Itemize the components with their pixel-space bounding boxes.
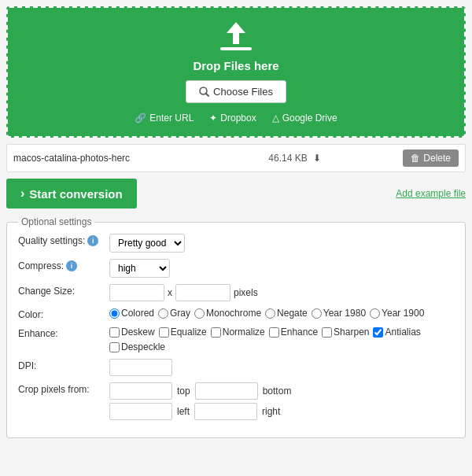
- enhance-deskew[interactable]: Deskew: [109, 327, 155, 338]
- start-conversion-button[interactable]: › Start conversion: [6, 179, 137, 208]
- change-size-setting-row: Change Size: x pixels: [18, 284, 454, 301]
- crop-grid: top bottom left right: [109, 382, 291, 420]
- svg-rect-0: [220, 47, 252, 50]
- enhance-equalize[interactable]: Equalize: [159, 327, 207, 338]
- drop-links: 🔗 Enter URL ✦ Dropbox △ Google Drive: [16, 113, 456, 124]
- delete-button[interactable]: 🗑 Delete: [403, 149, 459, 167]
- equalize-checkbox[interactable]: [159, 327, 169, 338]
- google-drive-link[interactable]: △ Google Drive: [272, 113, 337, 124]
- crop-left-row: left right: [109, 403, 291, 420]
- compress-label: Compress: i: [18, 259, 105, 271]
- normalize-checkbox[interactable]: [211, 327, 221, 338]
- choose-files-button[interactable]: Choose Files: [186, 80, 286, 103]
- crop-right-label: right: [262, 406, 280, 417]
- download-icon: ⬇: [313, 153, 321, 164]
- upload-icon: [219, 22, 253, 54]
- drop-text: Drop Files here: [16, 59, 456, 72]
- color-negate-option[interactable]: Negate: [265, 308, 308, 319]
- drop-zone[interactable]: Drop Files here Choose Files 🔗 Enter URL…: [6, 6, 466, 138]
- crop-left-label: left: [177, 406, 190, 417]
- color-1900-radio[interactable]: [370, 308, 380, 319]
- dpi-content: [109, 359, 172, 376]
- crop-bottom-input[interactable]: [195, 382, 258, 400]
- color-content: Colored Gray Monochrome Negate Year 1980…: [109, 308, 424, 319]
- enhance-antialias[interactable]: Antialias: [373, 327, 420, 338]
- despeckle-checkbox[interactable]: [109, 342, 120, 352]
- change-size-content: x pixels: [109, 284, 258, 301]
- enhance-normalize[interactable]: Normalize: [211, 327, 265, 338]
- trash-icon: 🗑: [411, 153, 420, 164]
- link-icon: 🔗: [135, 113, 146, 124]
- compress-content: high medium low: [109, 259, 170, 278]
- compress-setting-row: Compress: i high medium low: [18, 259, 454, 278]
- enhance-label: Enhance:: [18, 327, 105, 339]
- dropbox-icon: ✦: [209, 113, 217, 124]
- quality-select[interactable]: Pretty good Good Excellent Best: [109, 234, 185, 253]
- height-input[interactable]: [175, 284, 230, 301]
- file-name: macos-catalina-photos-herc: [13, 153, 186, 164]
- optional-settings-legend: Optional settings: [18, 216, 94, 227]
- file-row: macos-catalina-photos-herc 46.14 KB ⬇ 🗑 …: [6, 144, 466, 172]
- color-mono-radio[interactable]: [194, 308, 205, 319]
- color-1980-radio[interactable]: [312, 308, 322, 319]
- enter-url-link[interactable]: 🔗 Enter URL: [135, 113, 194, 124]
- google-drive-icon: △: [272, 113, 279, 124]
- enhance-sharpen[interactable]: Sharpen: [322, 327, 369, 338]
- add-example-link[interactable]: Add example file: [396, 188, 466, 199]
- chevron-right-icon: ›: [20, 186, 24, 201]
- compress-info-icon[interactable]: i: [66, 260, 77, 271]
- crop-right-input[interactable]: [194, 403, 257, 420]
- crop-top-input[interactable]: [109, 382, 172, 400]
- crop-label: Crop pixels from:: [18, 382, 105, 395]
- dpi-setting-row: DPI:: [18, 359, 454, 376]
- crop-setting-row: Crop pixels from: top bottom left right: [18, 382, 454, 420]
- crop-top-label: top: [177, 386, 190, 397]
- enhance-despeckle[interactable]: Despeckle: [109, 341, 165, 352]
- choose-files-label: Choose Files: [213, 86, 273, 98]
- color-mono-option[interactable]: Monochrome: [194, 308, 261, 319]
- file-size: 46.14 KB ⬇: [186, 153, 403, 164]
- crop-content: top bottom left right: [109, 382, 291, 420]
- color-1900-option[interactable]: Year 1900: [370, 308, 424, 319]
- quality-label: Quality settings: i: [18, 234, 105, 246]
- enhance-enhance[interactable]: Enhance: [269, 327, 318, 338]
- width-input[interactable]: [109, 284, 164, 301]
- enhance-checkbox[interactable]: [269, 327, 279, 338]
- pixels-label: pixels: [234, 287, 258, 298]
- quality-setting-row: Quality settings: i Pretty good Good Exc…: [18, 234, 454, 253]
- antialias-checkbox[interactable]: [373, 327, 383, 338]
- color-colored-option[interactable]: Colored: [109, 308, 154, 319]
- quality-info-icon[interactable]: i: [87, 235, 98, 246]
- color-gray-radio[interactable]: [158, 308, 168, 319]
- enhance-content: Deskew Equalize Normalize Enhance Sharpe…: [109, 327, 454, 352]
- svg-line-2: [206, 94, 209, 97]
- crop-top-row: top bottom: [109, 382, 291, 400]
- color-colored-radio[interactable]: [109, 308, 120, 319]
- dpi-input[interactable]: [109, 359, 172, 376]
- color-gray-option[interactable]: Gray: [158, 308, 190, 319]
- x-separator: x: [168, 287, 172, 298]
- action-row: › Start conversion Add example file: [6, 179, 466, 208]
- color-1980-option[interactable]: Year 1980: [312, 308, 366, 319]
- change-size-label: Change Size:: [18, 284, 105, 297]
- crop-left-input[interactable]: [109, 403, 172, 420]
- color-negate-radio[interactable]: [265, 308, 275, 319]
- quality-content: Pretty good Good Excellent Best: [109, 234, 185, 253]
- color-setting-row: Color: Colored Gray Monochrome Negate Ye…: [18, 308, 454, 320]
- enhance-setting-row: Enhance: Deskew Equalize Normalize Enhan…: [18, 327, 454, 352]
- sharpen-checkbox[interactable]: [322, 327, 332, 338]
- dropbox-link[interactable]: ✦ Dropbox: [209, 113, 256, 124]
- dpi-label: DPI:: [18, 359, 105, 371]
- color-label: Color:: [18, 308, 105, 320]
- deskew-checkbox[interactable]: [109, 327, 120, 338]
- crop-bottom-label: bottom: [263, 386, 292, 397]
- compress-select[interactable]: high medium low: [109, 259, 170, 278]
